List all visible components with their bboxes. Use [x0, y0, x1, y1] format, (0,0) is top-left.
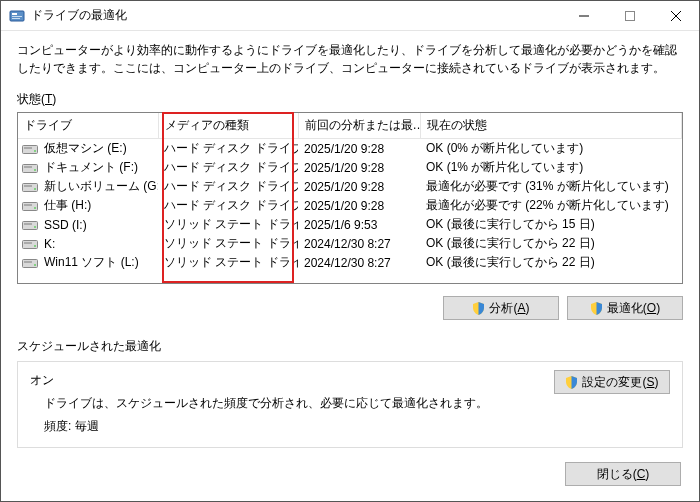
svg-rect-21: [24, 223, 32, 225]
drive-name: 仕事 (H:): [44, 197, 91, 214]
drive-media: ハード ディスク ドライブ: [158, 196, 298, 215]
drive-media: ソリッド ステート ドライブ: [158, 215, 298, 234]
content-area: コンピューターがより効率的に動作するようにドライブを最適化したり、ドライブを分析…: [1, 31, 699, 498]
optimize-button[interactable]: 最適化(O): [567, 296, 683, 320]
svg-rect-23: [23, 240, 38, 248]
drive-icon: [22, 238, 38, 250]
svg-rect-26: [23, 259, 38, 267]
table-row[interactable]: Win11 ソフト (L:)ソリッド ステート ドライブ2024/12/30 8…: [18, 253, 682, 272]
drive-status: 最適化が必要です (22% が断片化しています): [420, 196, 682, 215]
bottom-buttons-row: 閉じる(C): [17, 462, 683, 486]
drive-name: 新しいボリューム (G:): [44, 178, 158, 195]
drive-media: ハード ディスク ドライブ: [158, 139, 298, 159]
description-text: コンピューターがより効率的に動作するようにドライブを最適化したり、ドライブを分析…: [17, 41, 683, 77]
window-controls: [561, 1, 699, 31]
svg-point-10: [34, 150, 36, 152]
drive-status: OK (最後に実行してから 15 日): [420, 215, 682, 234]
drive-last: 2024/12/30 8:27: [298, 253, 420, 272]
drive-name: SSD (I:): [44, 218, 87, 232]
svg-rect-1: [12, 13, 17, 15]
col-last[interactable]: 前回の分析または最…: [298, 113, 420, 139]
table-row[interactable]: SSD (I:)ソリッド ステート ドライブ2025/1/6 9:53OK (最…: [18, 215, 682, 234]
svg-rect-11: [23, 164, 38, 172]
drive-icon: [22, 162, 38, 174]
schedule-frequency: 頻度: 毎週: [44, 418, 670, 435]
table-row[interactable]: 仕事 (H:)ハード ディスク ドライブ2025/1/20 9:28最適化が必要…: [18, 196, 682, 215]
svg-point-28: [34, 264, 36, 266]
close-dialog-button[interactable]: 閉じる(C): [565, 462, 681, 486]
drive-name: 仮想マシン (E:): [44, 140, 127, 157]
drive-icon: [22, 257, 38, 269]
drive-status: OK (0% が断片化しています): [420, 139, 682, 159]
drive-status: OK (最後に実行してから 22 日): [420, 234, 682, 253]
svg-point-22: [34, 226, 36, 228]
svg-rect-15: [24, 185, 32, 187]
col-media[interactable]: メディアの種類: [158, 113, 298, 139]
svg-rect-5: [626, 11, 635, 20]
drive-name: Win11 ソフト (L:): [44, 254, 139, 271]
svg-rect-18: [24, 204, 32, 206]
close-button[interactable]: [653, 1, 699, 31]
minimize-button[interactable]: [561, 1, 607, 31]
drive-last: 2025/1/20 9:28: [298, 196, 420, 215]
schedule-box: 設定の変更(S) オン ドライブは、スケジュールされた頻度で分析され、必要に応じ…: [17, 361, 683, 448]
drive-last: 2025/1/20 9:28: [298, 177, 420, 196]
svg-point-13: [34, 169, 36, 171]
svg-point-19: [34, 207, 36, 209]
shield-icon: [590, 302, 603, 315]
svg-rect-17: [23, 202, 38, 210]
svg-rect-24: [24, 242, 32, 244]
drive-media: ソリッド ステート ドライブ: [158, 234, 298, 253]
svg-rect-14: [23, 183, 38, 191]
svg-rect-8: [23, 145, 38, 153]
svg-rect-20: [23, 221, 38, 229]
drive-media: ハード ディスク ドライブ: [158, 177, 298, 196]
analyze-button[interactable]: 分析(A): [443, 296, 559, 320]
drive-status: 最適化が必要です (31% が断片化しています): [420, 177, 682, 196]
svg-rect-12: [24, 166, 32, 168]
drive-media: ハード ディスク ドライブ: [158, 158, 298, 177]
shield-icon: [565, 376, 578, 389]
table-row[interactable]: 仮想マシン (E:)ハード ディスク ドライブ2025/1/20 9:28OK …: [18, 139, 682, 159]
status-section-label: 状態(T): [17, 91, 683, 108]
svg-rect-2: [12, 16, 22, 17]
drive-icon: [22, 143, 38, 155]
titlebar: ドライブの最適化: [1, 1, 699, 31]
app-icon: [9, 8, 25, 24]
schedule-description: ドライブは、スケジュールされた頻度で分析され、必要に応じて最適化されます。: [44, 395, 670, 412]
table-row[interactable]: K:ソリッド ステート ドライブ2024/12/30 8:27OK (最後に実行…: [18, 234, 682, 253]
svg-rect-27: [24, 261, 32, 263]
drive-icon: [22, 200, 38, 212]
svg-rect-3: [12, 18, 20, 19]
drive-last: 2025/1/20 9:28: [298, 158, 420, 177]
table-row[interactable]: 新しいボリューム (G:)ハード ディスク ドライブ2025/1/20 9:28…: [18, 177, 682, 196]
svg-point-16: [34, 188, 36, 190]
schedule-section-label: スケジュールされた最適化: [17, 338, 683, 355]
change-settings-button[interactable]: 設定の変更(S): [554, 370, 670, 394]
drive-last: 2025/1/20 9:28: [298, 139, 420, 159]
drive-last: 2024/12/30 8:27: [298, 234, 420, 253]
table-header-row: ドライブ メディアの種類 前回の分析または最… 現在の状態: [18, 113, 682, 139]
col-status[interactable]: 現在の状態: [420, 113, 682, 139]
drive-icon: [22, 219, 38, 231]
col-drive[interactable]: ドライブ: [18, 113, 158, 139]
svg-rect-9: [24, 147, 32, 149]
maximize-button[interactable]: [607, 1, 653, 31]
shield-icon: [472, 302, 485, 315]
drive-status: OK (最後に実行してから 22 日): [420, 253, 682, 272]
drive-media: ソリッド ステート ドライブ: [158, 253, 298, 272]
table-row[interactable]: ドキュメント (F:)ハード ディスク ドライブ2025/1/20 9:28OK…: [18, 158, 682, 177]
svg-point-25: [34, 245, 36, 247]
window-title: ドライブの最適化: [31, 7, 561, 24]
action-buttons-row: 分析(A) 最適化(O): [17, 296, 683, 320]
drive-last: 2025/1/6 9:53: [298, 215, 420, 234]
drive-name: K:: [44, 237, 55, 251]
drive-name: ドキュメント (F:): [44, 159, 138, 176]
drive-icon: [22, 181, 38, 193]
drives-table[interactable]: ドライブ メディアの種類 前回の分析または最… 現在の状態 仮想マシン (E:)…: [17, 112, 683, 284]
drive-status: OK (1% が断片化しています): [420, 158, 682, 177]
